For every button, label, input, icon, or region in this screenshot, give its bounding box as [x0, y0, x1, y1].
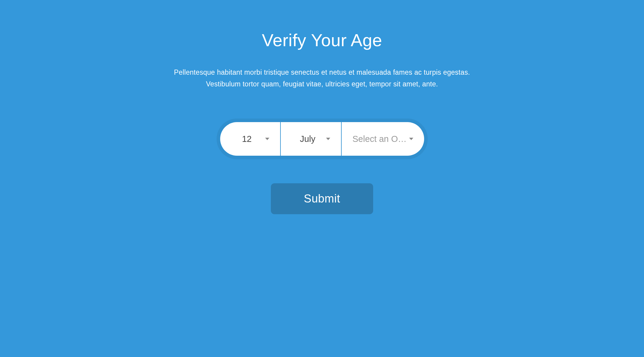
- page-description: Pellentesque habitant morbi tristique se…: [157, 67, 487, 90]
- day-select[interactable]: 12: [220, 122, 280, 156]
- date-selector: 12 July Select an O…: [220, 122, 424, 156]
- year-select[interactable]: Select an O…: [341, 122, 424, 156]
- caret-down-icon: [409, 138, 413, 140]
- caret-down-icon: [326, 138, 330, 140]
- date-selector-container: 12 July Select an O…: [217, 118, 428, 159]
- month-select-value: July: [292, 134, 326, 144]
- page-title: Verify Your Age: [262, 30, 382, 50]
- submit-button[interactable]: Submit: [271, 183, 373, 214]
- caret-down-icon: [265, 138, 269, 140]
- month-select[interactable]: July: [280, 122, 341, 156]
- day-select-value: 12: [231, 134, 265, 144]
- year-select-value: Select an O…: [352, 134, 409, 144]
